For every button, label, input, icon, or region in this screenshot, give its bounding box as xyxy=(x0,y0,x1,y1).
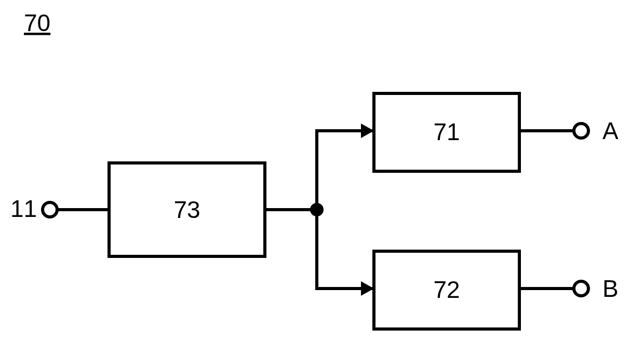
output-label-B: B xyxy=(602,275,619,302)
block-diagram: 70 11 73 71 A 72 B xyxy=(0,0,644,356)
wire-branch-to-71 xyxy=(317,131,374,210)
figure-number: 70 xyxy=(24,9,50,36)
input-terminal-11 xyxy=(43,202,57,217)
output-terminal-B xyxy=(574,281,588,296)
arrowhead-to-71 xyxy=(361,124,374,138)
arrowhead-to-72 xyxy=(361,281,374,296)
block-72-label: 72 xyxy=(433,276,460,303)
output-terminal-A xyxy=(574,124,588,138)
block-73-label: 73 xyxy=(173,196,200,223)
block-71-label: 71 xyxy=(433,118,460,145)
output-label-A: A xyxy=(602,117,619,144)
wire-branch-to-72 xyxy=(317,210,374,289)
input-label-11: 11 xyxy=(10,195,37,222)
